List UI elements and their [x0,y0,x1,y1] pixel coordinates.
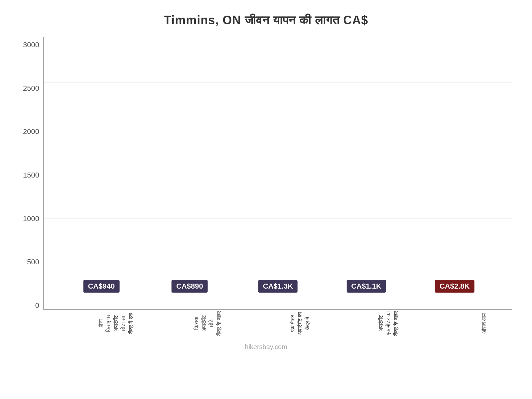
chart-container: 300025002000150010005000 CA$940CA$890CA$… [20,37,512,336]
y-axis: 300025002000150010005000 [20,37,43,336]
x-axis-label: केंद्र में अपार्टमेंट का एक मीटर [245,311,311,336]
y-axis-label: 0 [35,301,39,310]
x-labels: केंद्र में एक छोटा सा अपार्टमेंट किराए प… [44,311,512,336]
bar-value-label: CA$1.3K [258,280,298,293]
bars-row: CA$940CA$890CA$1.3KCA$1.1KCA$2.8K [44,37,512,309]
x-axis-label: केंद्र में एक छोटा सा अपार्टमेंट किराए प… [68,311,135,336]
y-axis-label: 3000 [23,41,39,49]
y-axis-label: 1500 [23,171,39,180]
bar-value-label: CA$1.1K [346,280,386,293]
x-axis-label: केंद्र के बाहर एक मीटर का अपार्टमेंट [333,311,400,336]
chart-area: CA$940CA$890CA$1.3KCA$1.1KCA$2.8Kकेंद्र … [43,37,512,336]
grid-and-bars: CA$940CA$890CA$1.3KCA$1.1KCA$2.8Kकेंद्र … [43,37,512,310]
chart-title: Timmins, ON जीवन यापन की लागत CA$ [164,13,368,27]
x-axis-label: औसत आय [421,311,488,336]
bar-value-label: CA$940 [83,280,119,293]
bar-value-label: CA$2.8K [435,280,474,293]
y-axis-label: 2500 [23,84,39,93]
bar-value-label: CA$890 [172,280,208,293]
y-axis-label: 500 [27,258,39,266]
x-axis-label: केंद्र के बाहर छोटे अपार्टमेंट किराया [156,311,223,336]
y-axis-label: 2000 [23,127,39,136]
footer: hikersbay.com [245,343,287,351]
y-axis-label: 1000 [23,214,39,223]
